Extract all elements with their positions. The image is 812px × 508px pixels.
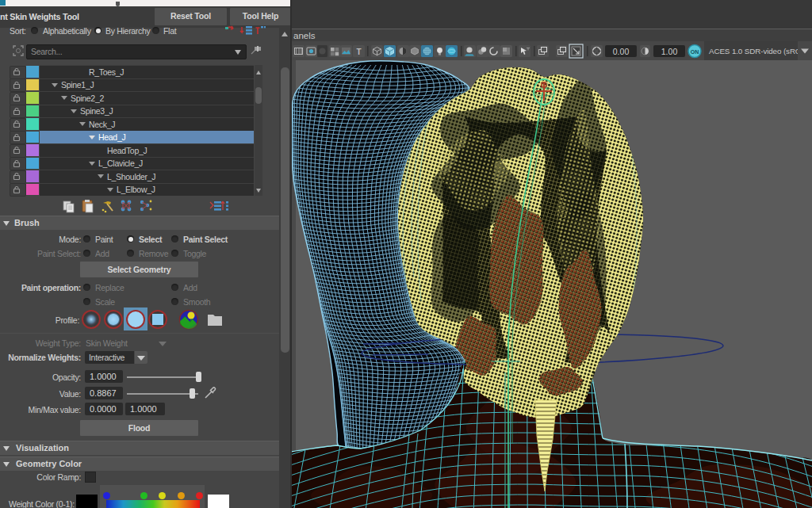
svg-text:1.00: 1.00 bbox=[661, 47, 678, 56]
svg-text:anels: anels bbox=[293, 31, 316, 40]
svg-text:0.00: 0.00 bbox=[613, 47, 630, 56]
svg-text:ON: ON bbox=[691, 49, 699, 55]
svg-text:T: T bbox=[356, 48, 361, 56]
svg-text:ACES 1.0 SDR-video (sRGB): ACES 1.0 SDR-video (sRGB) bbox=[709, 47, 809, 55]
